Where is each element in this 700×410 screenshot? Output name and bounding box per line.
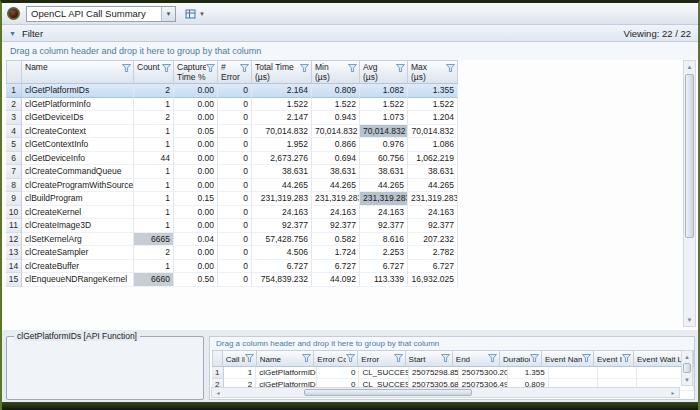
table-row[interactable]: 14clCreateBuffer10.0006.7276.7276.7276.7… — [6, 260, 458, 274]
column-header-unit: (µs) — [255, 73, 300, 83]
column-header-count[interactable]: Count — [134, 60, 174, 84]
chevron-down-icon[interactable]: ▼ — [161, 7, 175, 21]
table-row[interactable]: 3clGetDeviceIDs20.0002.1470.9431.0731.20… — [6, 111, 458, 125]
filter-icon[interactable] — [300, 64, 309, 72]
row-number-cell: 3 — [6, 111, 22, 125]
filter-icon[interactable] — [622, 354, 631, 362]
filter-icon[interactable] — [240, 64, 249, 72]
table-row[interactable]: 11clCreateImage3D10.00092.37792.37792.37… — [6, 219, 458, 233]
vertical-scrollbar[interactable]: ▲ ▼ — [681, 350, 693, 386]
row-number-cell: 11 — [6, 219, 22, 233]
scroll-down-arrow[interactable]: ▼ — [684, 314, 695, 326]
data-cell: 2 — [134, 246, 174, 260]
column-header-max[interactable]: Max(µs) — [408, 60, 458, 84]
data-cell: 0.00 — [174, 206, 218, 220]
filter-icon[interactable] — [346, 354, 355, 362]
column-header-duration[interactable]: Duration — [500, 350, 542, 367]
data-cell: 1 — [224, 367, 257, 379]
data-cell: 57,428.756 — [252, 233, 312, 247]
table-row[interactable]: 9clBuildProgram10.150231,319.283231,319.… — [6, 192, 458, 206]
column-header-call-id[interactable]: Call ID — [223, 350, 257, 367]
column-header-error[interactable]: Error — [358, 350, 405, 367]
scroll-up-arrow[interactable]: ▲ — [682, 351, 692, 362]
data-cell: clGetPlatformIDs — [256, 367, 317, 379]
filter-icon[interactable] — [582, 354, 591, 362]
row-number-cell: 14 — [6, 260, 22, 274]
row-number-cell: 15 — [6, 273, 22, 287]
column-header-label: Error — [361, 355, 393, 365]
table-row[interactable]: 7clCreateCommandQueue10.00038.63138.6313… — [6, 165, 458, 179]
scroll-down-arrow[interactable]: ▼ — [682, 374, 692, 385]
filter-icon[interactable] — [162, 64, 171, 72]
filter-icon[interactable] — [441, 354, 450, 362]
table-row[interactable]: 15clEnqueueNDRangeKernel66600.500754,839… — [6, 273, 458, 287]
data-cell: 6.727 — [408, 260, 458, 274]
table-row[interactable]: 2clGetPlatformInfo10.0001.5221.5221.5221… — [6, 98, 458, 112]
data-cell: 231,319.283 — [312, 192, 360, 206]
column-header-event-id[interactable]: Event ID — [594, 350, 634, 367]
table-row[interactable]: 13clCreateSampler20.0004.5061.7242.2532.… — [6, 246, 458, 260]
column-header-label: Call ID — [226, 355, 245, 365]
grid-corner-cell — [6, 60, 22, 84]
column-header-end[interactable]: End — [453, 350, 500, 367]
column-header-error-code[interactable]: Error Code — [314, 350, 358, 367]
filter-icon[interactable] — [394, 354, 403, 362]
filter-icon[interactable] — [488, 354, 497, 362]
scroll-up-arrow[interactable]: ▲ — [684, 61, 695, 73]
column-header-min[interactable]: Min(µs) — [312, 60, 360, 84]
filter-icon[interactable] — [302, 354, 311, 362]
column-header-label: Error Code — [317, 355, 346, 365]
data-cell: 1.073 — [360, 111, 408, 125]
view-selector-dropdown[interactable]: OpenCL API Call Summary ▼ — [26, 6, 176, 22]
filter-icon[interactable] — [446, 64, 455, 72]
scroll-track[interactable] — [224, 388, 667, 397]
view-options-button[interactable]: ▼ — [182, 7, 208, 21]
column-header-event-name[interactable]: Event Name — [542, 350, 594, 367]
table-row[interactable]: 11clGetPlatformIDs0CL_SUCCESS25075298.85… — [212, 367, 694, 379]
column-header-label: Total Time — [255, 63, 300, 73]
column-header-avg[interactable]: Avg(µs) — [360, 60, 408, 84]
scroll-right-arrow[interactable]: ► — [667, 388, 679, 397]
table-row[interactable]: 10clCreateKernel10.00024.16324.16324.163… — [6, 206, 458, 220]
column-header-start[interactable]: Start — [406, 350, 453, 367]
data-cell: 0 — [218, 260, 252, 274]
scroll-thumb[interactable] — [683, 363, 691, 373]
filter-icon[interactable] — [245, 354, 254, 362]
table-row[interactable]: 12clSetKernelArg66650.04057,428.7560.582… — [6, 233, 458, 247]
filter-icon[interactable] — [396, 64, 405, 72]
column-header-label: Max — [411, 63, 446, 73]
data-cell: 0.943 — [312, 111, 360, 125]
column-header-label: Event Name — [545, 355, 582, 365]
row-number-cell: 2 — [6, 98, 22, 112]
data-cell: 6.727 — [312, 260, 360, 274]
column-header-label: Event Wait List — [637, 355, 682, 365]
collapse-chevron-icon[interactable]: ▼ — [9, 30, 16, 37]
application-window: OpenCL API Call Summary ▼ ▼ ▼ Filter Vie… — [0, 0, 700, 410]
row-number-cell: 1 — [212, 367, 224, 379]
column-header-name[interactable]: Name — [257, 350, 315, 367]
column-header-col[interactable]: #Errors — [218, 60, 252, 84]
vertical-scrollbar[interactable]: ▲ ▼ — [683, 60, 696, 327]
table-row[interactable]: 1clGetPlatformIDs20.0002.1640.8091.0821.… — [6, 84, 458, 98]
table-row[interactable]: 8clCreateProgramWithSource10.00044.26544… — [6, 179, 458, 193]
column-header-name[interactable]: Name — [22, 60, 134, 84]
filter-icon[interactable] — [348, 64, 357, 72]
data-cell: clCreateProgramWithSource — [22, 179, 134, 193]
filter-icon[interactable] — [206, 64, 215, 72]
filter-icon[interactable] — [530, 354, 539, 362]
data-cell: clGetPlatformInfo — [22, 98, 134, 112]
column-header-total-time[interactable]: Total Time(µs) — [252, 60, 312, 84]
filter-icon[interactable] — [122, 64, 131, 72]
table-row[interactable]: 4clCreateContext10.05070,014.83270,014.8… — [6, 125, 458, 139]
data-cell: 38.631 — [408, 165, 458, 179]
scroll-left-arrow[interactable]: ◄ — [212, 388, 224, 397]
data-cell: 2 — [134, 111, 174, 125]
column-header-capture[interactable]: CaptureTime % — [174, 60, 218, 84]
horizontal-scrollbar[interactable]: ◄ ► — [211, 387, 680, 398]
table-row[interactable]: 5clGetContextInfo10.0001.9520.8660.9761.… — [6, 138, 458, 152]
data-cell: 0.00 — [174, 219, 218, 233]
data-cell: 25075298.85 — [409, 367, 459, 379]
scroll-thumb[interactable] — [685, 74, 694, 238]
scroll-thumb[interactable] — [304, 389, 472, 396]
table-row[interactable]: 6clGetDeviceInfo440.0002,673.2760.69460.… — [6, 152, 458, 166]
